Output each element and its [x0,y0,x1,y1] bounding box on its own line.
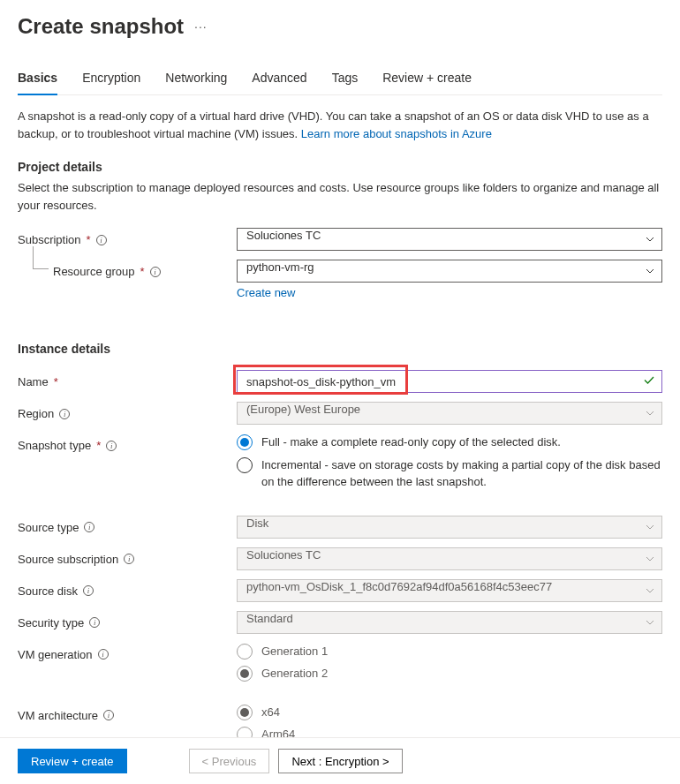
info-icon[interactable]: i [83,585,94,596]
tab-advanced[interactable]: Advanced [252,71,306,94]
indent-connector-icon [33,246,49,269]
source-disk-label: Source disk i [18,579,237,598]
snapshot-type-full-radio[interactable] [237,434,253,450]
source-subscription-select: Soluciones TC [237,547,662,570]
tab-encryption[interactable]: Encryption [82,71,140,94]
check-icon [643,374,655,389]
tab-networking[interactable]: Networking [165,71,227,94]
tab-review-create[interactable]: Review + create [382,71,472,94]
info-icon[interactable]: i [98,649,109,660]
tabs-bar: Basics Encryption Networking Advanced Ta… [18,71,662,95]
footer-bar: Review + create < Previous Next : Encryp… [0,737,680,784]
project-details-desc: Select the subscription to manage deploy… [18,179,662,214]
instance-details-title: Instance details [18,342,662,356]
vm-arch-x64-radio [237,705,253,720]
vm-architecture-label: VM architecture i [18,704,237,722]
more-actions-icon[interactable]: ··· [194,19,208,34]
snapshot-type-full-label: Full - make a complete read-only copy of… [261,433,662,451]
subscription-select[interactable]: Soluciones TC [237,228,662,251]
name-label: Name * [18,370,237,388]
source-type-select: Disk [237,516,662,539]
info-icon[interactable]: i [84,522,94,532]
info-icon[interactable]: i [59,409,70,419]
info-icon[interactable]: i [103,710,114,720]
region-label: Region i [18,402,237,420]
snapshot-type-label: Snapshot type * i [18,433,237,452]
vm-arch-x64-label: x64 [261,704,662,721]
vm-gen1-radio [237,644,253,660]
tab-tags[interactable]: Tags [332,71,359,94]
info-icon[interactable]: i [150,267,161,277]
info-icon[interactable]: i [89,617,100,628]
security-type-select: Standard [237,611,662,634]
page-title: Create snapshot [18,14,184,39]
subscription-label: Subscription * i [18,228,237,246]
snapshot-type-incremental-radio[interactable] [237,457,253,473]
security-type-label: Security type i [18,611,237,629]
tab-basics[interactable]: Basics [18,71,57,95]
vm-gen2-radio [237,666,253,682]
next-button[interactable]: Next : Encryption > [278,749,402,773]
review-create-button[interactable]: Review + create [18,749,127,773]
learn-more-link[interactable]: Learn more about snapshots in Azure [301,127,492,140]
project-details-title: Project details [18,160,662,174]
source-subscription-label: Source subscription i [18,547,237,566]
vm-gen1-label: Generation 1 [261,643,662,660]
info-icon[interactable]: i [106,441,117,451]
resource-group-label: Resource group * i [18,260,237,278]
source-disk-select: python-vm_OsDisk_1_f8c0d7692af94df0a5616… [237,579,662,602]
name-input[interactable] [237,370,662,393]
previous-button: < Previous [189,749,270,773]
snapshot-type-incremental-label: Incremental - save on storage costs by m… [261,456,662,491]
vm-gen2-label: Generation 2 [261,665,662,682]
resource-group-select[interactable]: python-vm-rg [237,260,662,283]
region-select: (Europe) West Europe [237,402,662,425]
create-new-link[interactable]: Create new [237,286,295,299]
intro-text: A snapshot is a read-only copy of a virt… [18,108,662,142]
info-icon[interactable]: i [96,235,107,245]
info-icon[interactable]: i [124,554,134,564]
source-type-label: Source type i [18,516,237,534]
vm-generation-label: VM generation i [18,643,237,661]
